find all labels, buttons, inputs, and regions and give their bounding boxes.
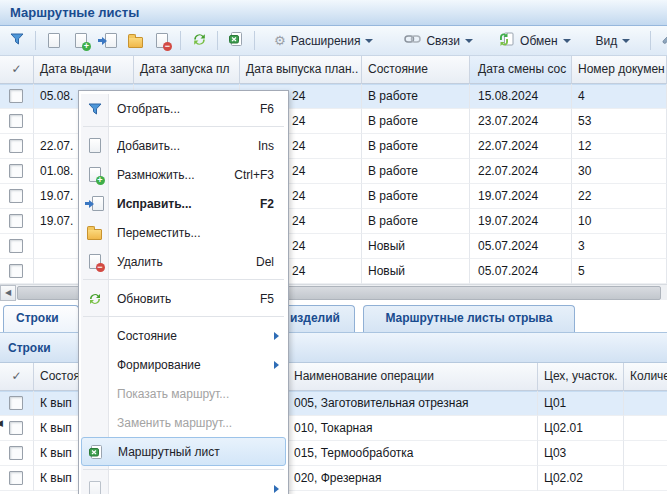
document-delete-icon [156, 33, 168, 48]
column-header-quantity[interactable]: Количество [624, 363, 667, 391]
column-header-launch-date[interactable]: Дата запуска пл [134, 56, 240, 84]
links-menu-button[interactable]: Связи [397, 29, 480, 53]
menu-item-label: Обновить [117, 292, 171, 306]
exchange-menu-label: Обмен [520, 34, 558, 48]
row-checkbox[interactable] [9, 214, 23, 228]
view-menu-button[interactable]: Вид [589, 29, 638, 53]
excel-export-button[interactable] [224, 29, 248, 53]
toolbar-separator [650, 31, 651, 50]
select-all-header[interactable]: ✓ [0, 56, 34, 84]
row-check-cell [0, 109, 34, 134]
menu-item-edit[interactable]: Исправить... F2 [81, 189, 286, 218]
chevron-down-icon [465, 39, 473, 43]
document-add-icon [81, 167, 108, 182]
operation-cell: 010, Токарная [288, 416, 538, 441]
row-checkbox[interactable] [9, 114, 23, 128]
menu-item-label: Показать маршрут... [117, 387, 229, 401]
excel-icon [228, 31, 244, 50]
row-check-cell [0, 134, 34, 159]
submenu-arrow-icon [274, 485, 279, 493]
menu-item-move[interactable]: Переместить... [81, 218, 286, 247]
row-checkbox[interactable] [9, 421, 23, 435]
menu-item-duplicate[interactable]: Размножить... Ctrl+F3 [81, 160, 286, 189]
toolbar-separator [35, 31, 36, 50]
menu-item-formation[interactable]: Формирование [81, 350, 286, 379]
menu-item-label: Добавить... [117, 139, 180, 153]
menu-separator [83, 316, 284, 317]
duplicate-document-button[interactable] [69, 29, 93, 53]
context-menu: Отобрать... F6 Добавить... Ins Размножит… [78, 90, 289, 494]
row-checkbox[interactable] [9, 89, 23, 103]
menu-item-add[interactable]: Добавить... Ins [81, 131, 286, 160]
toolbar: ⚙ Расширения Связи Обмен Вид [0, 26, 667, 56]
row-checkbox[interactable] [9, 164, 23, 178]
quantity-cell [624, 416, 667, 441]
move-button[interactable] [123, 29, 147, 53]
row-checkbox[interactable] [9, 446, 23, 460]
menu-shortcut: Del [256, 255, 286, 269]
gear-icon: ⚙ [274, 33, 286, 48]
state-cell: В работе [362, 109, 470, 134]
scroll-left-button[interactable]: ◀ [0, 285, 16, 301]
column-header-operation[interactable]: Наименование операции [288, 363, 538, 391]
menu-item-refresh[interactable]: Обновить F5 [81, 284, 286, 313]
menu-item-label: Переместить... [117, 226, 201, 240]
quantity-cell [624, 466, 667, 491]
exchange-icon [498, 31, 515, 50]
check-icon: ✓ [11, 62, 21, 76]
row-checkbox[interactable] [9, 139, 23, 153]
column-header-doc-number[interactable]: Номер докумен [572, 56, 667, 84]
menu-separator [83, 469, 284, 470]
chevron-down-icon [622, 39, 630, 43]
toolbar-separator [217, 31, 218, 50]
column-header-plan-date[interactable]: Дата выпуска план.. [240, 56, 362, 84]
menu-item-delete[interactable]: Удалить Del [81, 247, 286, 276]
row-checkbox[interactable] [9, 264, 23, 278]
folder-icon [81, 226, 108, 240]
toolbar-separator [254, 31, 255, 50]
operation-cell: 005, Заготовительная отрезная [288, 391, 538, 416]
links-menu-label: Связи [426, 34, 460, 48]
column-header-issue-date[interactable]: Дата выдачи [34, 56, 134, 84]
column-header-shop[interactable]: Цех, участок. [538, 363, 624, 391]
excel-icon [82, 444, 109, 460]
row-checkbox[interactable] [9, 239, 23, 253]
row-checkbox[interactable] [9, 471, 23, 485]
edit-document-button[interactable] [96, 29, 120, 53]
operation-cell: 020, Фрезерная [288, 466, 538, 491]
row-checkbox[interactable] [9, 189, 23, 203]
view-menu-label: Вид [596, 34, 618, 48]
menu-item-routing-sheet[interactable]: Маршрутный лист [81, 437, 286, 466]
doc-number-cell: 10 [572, 209, 667, 234]
tab-lines[interactable]: Строки [3, 305, 79, 332]
column-header-state[interactable]: Состояние [362, 56, 470, 84]
doc-number-cell: 53 [572, 109, 667, 134]
new-document-button[interactable] [42, 29, 66, 53]
state-cell: В работе [362, 159, 470, 184]
select-all-header[interactable]: ✓ [0, 363, 34, 391]
row-check-cell [0, 441, 34, 466]
menu-item-show-route: Показать маршрут... [81, 379, 286, 408]
row-check-cell [0, 159, 34, 184]
menu-item-filter[interactable]: Отобрать... F6 [81, 94, 286, 123]
hscroll-left-marker[interactable]: ◀ [0, 418, 6, 431]
extensions-menu-button[interactable]: ⚙ Расширения [267, 29, 380, 53]
delete-document-button[interactable] [150, 29, 174, 53]
refresh-button[interactable] [187, 29, 211, 53]
scroll-left-icon: ◀ [5, 288, 11, 297]
column-header-state-change-date[interactable]: Дата смены сос [470, 56, 572, 84]
wrench-icon [661, 31, 667, 50]
doc-number-cell: 3 [572, 234, 667, 259]
menu-item-partial[interactable] [81, 474, 286, 494]
row-check-cell [0, 184, 34, 209]
filter-button[interactable] [5, 29, 29, 53]
doc-number-cell: 4 [572, 84, 667, 109]
exchange-menu-button[interactable]: Обмен [491, 29, 578, 53]
filter-icon [9, 31, 25, 50]
tab-tear-off-sheets[interactable]: Маршрутные листы отрыва [363, 305, 575, 332]
menu-item-label: Состояние [117, 329, 177, 343]
menu-shortcut: F6 [260, 102, 286, 116]
row-checkbox[interactable] [9, 396, 23, 410]
settings-wrench-button[interactable] [657, 29, 667, 53]
menu-item-state[interactable]: Состояние [81, 321, 286, 350]
